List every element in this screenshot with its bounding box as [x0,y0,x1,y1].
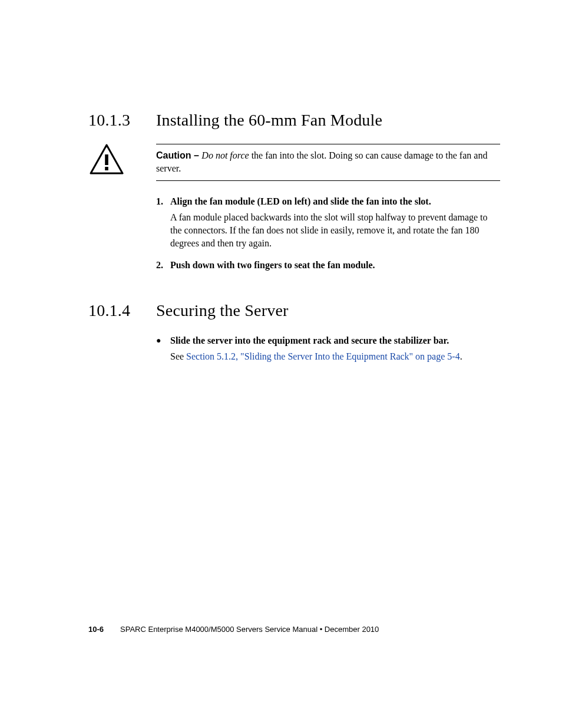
step-number: 1. [156,195,170,208]
section-heading-2: 10.1.4 Securing the Server [88,301,500,320]
caution-block: Caution – Do not force the fan into the … [88,144,500,181]
bullet-text: Slide the server into the equipment rack… [170,334,500,347]
step-1: 1. Align the fan module (LED on left) an… [156,195,500,251]
step-number: 2. [156,259,170,272]
caution-italic: Do not force [201,150,249,160]
bullet-list: ● Slide the server into the equipment ra… [156,334,500,363]
footer-doc-title: SPARC Enterprise M4000/M5000 Servers Ser… [120,625,379,634]
step-title: Align the fan module (LED on left) and s… [170,195,500,208]
caution-body: Caution – Do not force the fan into the … [156,144,500,181]
step-title: Push down with two fingers to seat the f… [170,259,500,272]
page-content: 10.1.3 Installing the 60-mm Fan Module C… [88,111,500,363]
section-number: 10.1.3 [88,111,156,130]
section-title: Securing the Server [156,301,289,320]
bullet-item: ● Slide the server into the equipment ra… [156,334,500,347]
section-2: 10.1.4 Securing the Server ● Slide the s… [88,301,500,363]
bullet-sub-suffix: . [460,351,462,361]
step-heading: 2. Push down with two fingers to seat th… [156,259,500,272]
cross-reference-link[interactable]: Section 5.1.2, "Sliding the Server Into … [186,351,460,361]
steps-list: 1. Align the fan module (LED on left) an… [156,195,500,272]
step-heading: 1. Align the fan module (LED on left) an… [156,195,500,208]
bullet-subtext: See Section 5.1.2, "Sliding the Server I… [170,350,500,363]
caution-label: Caution – [156,150,201,160]
step-body: A fan module placed backwards into the s… [170,211,500,251]
page-footer: 10-6 SPARC Enterprise M4000/M5000 Server… [88,625,379,634]
svg-rect-2 [105,167,108,170]
document-page: 10.1.3 Installing the 60-mm Fan Module C… [0,0,562,728]
bullet-sub-prefix: See [170,351,186,361]
bullet-symbol: ● [156,334,170,347]
caution-icon [88,144,156,174]
section-number: 10.1.4 [88,301,156,320]
section-title: Installing the 60-mm Fan Module [156,111,382,130]
svg-rect-1 [105,154,108,165]
step-2: 2. Push down with two fingers to seat th… [156,259,500,272]
footer-page-number: 10-6 [88,625,104,634]
section-heading-1: 10.1.3 Installing the 60-mm Fan Module [88,111,500,130]
